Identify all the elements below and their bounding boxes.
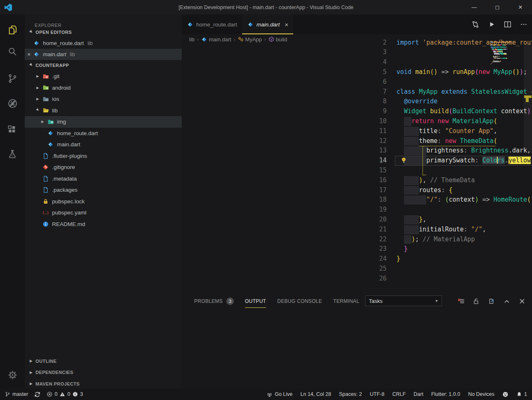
code-line-15[interactable]: 15 xyxy=(395,166,532,176)
tree-item-ios[interactable]: ▶iosios xyxy=(25,93,182,105)
code-token: : xyxy=(464,226,468,233)
code-token xyxy=(397,137,419,145)
unlock-button[interactable] xyxy=(472,297,480,305)
code-line-8[interactable]: 8 @override xyxy=(395,97,532,107)
panel-tab-output[interactable]: OUTPUT xyxy=(245,293,266,309)
code-line-23[interactable]: 23 } xyxy=(395,244,532,254)
breadcrumb-item-build[interactable]: build xyxy=(268,36,287,43)
tree-item--flutter-plugins[interactable]: .flutter-plugins xyxy=(25,150,182,162)
section-maven-projects[interactable]: ▶MAVEN PROJECTS xyxy=(25,378,182,388)
activity-source-control[interactable] xyxy=(0,69,25,88)
tab-home_route-dart[interactable]: home_route.dart xyxy=(182,14,242,34)
activity-extensions[interactable] xyxy=(0,119,25,139)
tree-item-README-md[interactable]: README.md xyxy=(25,219,182,230)
code-line-16[interactable]: 16 ), // ThemeData xyxy=(395,176,532,186)
tree-item--git[interactable]: ▶.git xyxy=(25,71,182,82)
activity-debug[interactable] xyxy=(0,93,25,113)
code-line-13[interactable]: 13 brightness: Brightness.dark, xyxy=(395,146,532,156)
activity-test[interactable] xyxy=(0,144,25,164)
line-number: 6 xyxy=(368,77,387,87)
code-line-24[interactable]: 24} xyxy=(395,254,532,264)
code-line-14[interactable]: 14 primarySwatch: Colors.yellow, xyxy=(395,156,532,166)
status-encoding[interactable]: UTF-8 xyxy=(370,391,384,397)
close-icon[interactable]: × xyxy=(25,51,33,57)
breadcrumb-item-MyApp[interactable]: MyApp xyxy=(238,36,262,43)
panel-tab-terminal[interactable]: TERMINAL xyxy=(333,293,359,309)
code-line-19[interactable]: 19 xyxy=(395,205,532,215)
status-cursor-position[interactable]: Ln 14, Col 28 xyxy=(300,391,331,397)
breadcrumb-item-lib[interactable]: lib xyxy=(189,36,195,43)
code-line-10[interactable]: 10 return new MaterialApp( xyxy=(395,117,532,126)
tree-item-pubspec-lock[interactable]: pubspec.lock xyxy=(25,196,182,207)
line-number: 14 xyxy=(368,156,387,166)
status-problems-summary[interactable]: 003 xyxy=(47,391,83,397)
close-panel-button[interactable] xyxy=(518,297,526,305)
code-line-26[interactable]: 26 xyxy=(395,274,532,284)
code-line-22[interactable]: 22 ); // MaterialApp xyxy=(395,235,532,245)
open-editor-item[interactable]: ×main.dartlib xyxy=(25,49,182,60)
close-icon[interactable]: × xyxy=(285,21,288,28)
lightbulb-icon[interactable] xyxy=(401,157,407,164)
code-line-11[interactable]: 11 title: "Counter App", xyxy=(395,126,532,136)
code-line-7[interactable]: 7class MyApp extends StatelessWidget { xyxy=(395,87,532,97)
status-indentation[interactable]: Spaces: 2 xyxy=(339,391,362,397)
open-editors-header[interactable]: ▶ OPEN EDITORS xyxy=(25,27,182,38)
close-button[interactable]: ✕ xyxy=(509,0,532,14)
section-dependencies[interactable]: ▶DEPENDENCIES xyxy=(25,367,182,379)
tree-item-android[interactable]: ▶android xyxy=(25,82,182,94)
run-button[interactable] xyxy=(487,19,496,29)
open-editor-item[interactable]: home_route.dartlib xyxy=(25,38,182,49)
minimize-button[interactable]: — xyxy=(463,0,486,14)
maximize-button[interactable]: ◻ xyxy=(486,0,509,14)
tree-item-home-route-dart[interactable]: home_route.dart xyxy=(25,128,182,139)
status-notifications[interactable]: 1 xyxy=(516,391,527,398)
open-log-file-button[interactable] xyxy=(487,297,496,305)
status-device-selector[interactable]: No Devices xyxy=(468,391,494,397)
status-flutter-version[interactable]: Flutter: 1.0.0 xyxy=(431,391,460,397)
code-line-9[interactable]: 9 Widget build(BuildContext context) { xyxy=(395,107,532,117)
code-editor[interactable]: 2import 'package:counter_app/home_route.… xyxy=(395,38,532,284)
code-line-2[interactable]: 2import 'package:counter_app/home_route.… xyxy=(395,38,532,48)
tree-item-main-dart[interactable]: main.dart xyxy=(25,139,182,150)
line-number: 12 xyxy=(368,136,387,146)
more-actions-button[interactable] xyxy=(519,19,529,29)
section-outline[interactable]: ▶OUTLINE xyxy=(25,355,182,367)
panel-tab-debug-console[interactable]: DEBUG CONSOLE xyxy=(277,293,322,309)
code-line-5[interactable]: 5void main() => runApp(new MyApp()); xyxy=(395,67,532,77)
open-changes-button[interactable] xyxy=(470,19,480,29)
status-feedback[interactable] xyxy=(502,391,508,398)
code-line-25[interactable]: 25 xyxy=(395,264,532,274)
code-line-18[interactable]: 18 "/": (context) => HomeRoute(), xyxy=(395,195,532,205)
output-channel-select[interactable]: Tasks ▼ xyxy=(365,295,442,306)
tree-item--gitignore[interactable]: .gitignore xyxy=(25,162,182,173)
tree-item--packages[interactable]: .packages xyxy=(25,184,182,196)
bracket-scope-guide xyxy=(419,146,496,146)
status-eol[interactable]: CRLF xyxy=(392,391,406,397)
code-line-6[interactable]: 6 xyxy=(395,77,532,87)
code-line-17[interactable]: 17 routes: { xyxy=(395,186,532,195)
code-line-20[interactable]: 20 }, xyxy=(395,215,532,225)
tree-item-lib[interactable]: ▶lib xyxy=(25,105,182,117)
status-go-live[interactable]: Go Live xyxy=(266,391,292,398)
breadcrumb[interactable]: lib›main.dart›MyApp›build xyxy=(189,34,287,44)
clear-output-button[interactable] xyxy=(457,297,465,305)
tab-main-dart[interactable]: main.dart× xyxy=(242,14,293,34)
split-editor-button[interactable] xyxy=(503,19,513,29)
panel-tab-problems[interactable]: PROBLEMS3 xyxy=(194,293,234,309)
activity-search[interactable] xyxy=(0,42,25,62)
status-sync[interactable] xyxy=(34,391,40,398)
tree-item-pubspec-yaml[interactable]: {…}pubspec.yaml xyxy=(25,207,182,219)
activity-settings[interactable] xyxy=(0,365,25,385)
collapse-panel-button[interactable] xyxy=(503,297,511,305)
code-token: ( xyxy=(494,117,497,125)
code-line-12[interactable]: 12 theme: new ThemeData( xyxy=(395,136,532,146)
code-line-21[interactable]: 21 initialRoute: "/", xyxy=(395,225,532,235)
tree-item-img[interactable]: ▶img xyxy=(25,116,182,128)
status-language-mode[interactable]: Dart xyxy=(413,391,423,397)
tree-item--metadata[interactable]: .metadata xyxy=(25,173,182,185)
status-git-branch[interactable]: master xyxy=(5,391,28,397)
project-header[interactable]: ▶ COUNTERAPP xyxy=(25,60,182,71)
activity-explorer[interactable] xyxy=(0,20,25,40)
code-token: => xyxy=(482,196,490,203)
breadcrumb-item-main-dart[interactable]: main.dart xyxy=(201,36,231,43)
